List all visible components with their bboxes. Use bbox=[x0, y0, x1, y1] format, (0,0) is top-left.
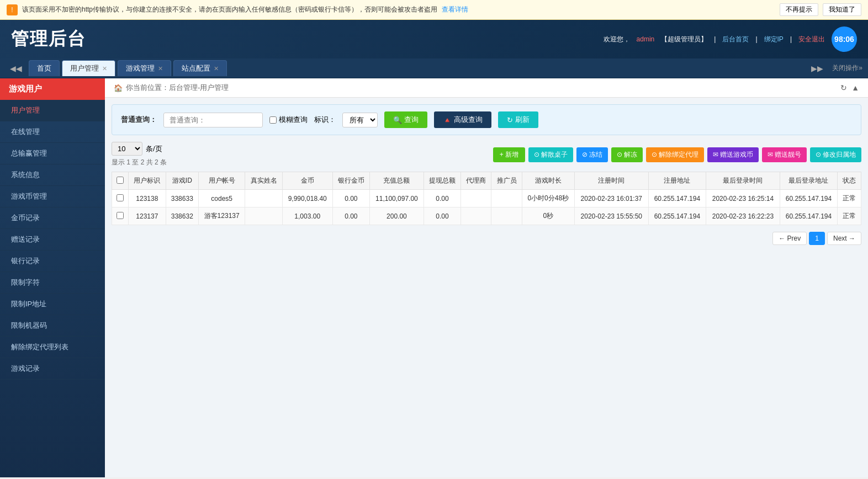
collapse-icon[interactable]: ▲ bbox=[851, 83, 859, 92]
row2-last-login-addr: 60.255.147.194 bbox=[780, 207, 837, 225]
col-game-id: 游戏ID bbox=[166, 172, 198, 190]
row1-reg-addr: 60.255.147.194 bbox=[648, 190, 706, 207]
row2-game-id: 338632 bbox=[166, 207, 198, 225]
select-all-checkbox[interactable] bbox=[117, 177, 124, 184]
sidebar-item-online-management[interactable]: 在线管理 bbox=[0, 121, 105, 143]
close-ops-label[interactable]: 关闭操作» bbox=[832, 63, 862, 73]
row2-duration: 0秒 bbox=[522, 207, 574, 225]
row1-checkbox-cell bbox=[112, 190, 129, 207]
breadcrumb-icon: 🏠 bbox=[114, 84, 123, 92]
search-icon: 🔍 bbox=[393, 116, 402, 124]
col-game-duration: 游戏时长 bbox=[522, 172, 574, 190]
breadcrumb-left: 🏠 你当前位置：后台管理-用户管理 bbox=[114, 83, 229, 93]
nav-tab-game-management[interactable]: 游戏管理 ✕ bbox=[118, 60, 171, 76]
fuzzy-checkbox-input[interactable] bbox=[269, 116, 277, 124]
sidebar-item-user-management[interactable]: 用户管理 bbox=[0, 100, 105, 121]
row2-status: 正常 bbox=[838, 207, 861, 225]
nav-tab-home[interactable]: 首页 bbox=[29, 60, 60, 76]
page-size-select[interactable]: 10 20 50 100 bbox=[112, 142, 142, 156]
sidebar-item-coin-records[interactable]: 金币记录 bbox=[0, 207, 105, 229]
sidebar-item-gift-records[interactable]: 赠送记录 bbox=[0, 229, 105, 251]
pagination: ← Prev 1 Next → bbox=[105, 225, 868, 252]
sidebar-item-game-records[interactable]: 游戏记录 bbox=[0, 358, 105, 380]
row2-reg-addr: 60.255.147.194 bbox=[648, 207, 706, 225]
nav-tab-user-close[interactable]: ✕ bbox=[102, 65, 107, 72]
separator: | bbox=[714, 35, 716, 43]
header: 管理后台 欢迎您， admin 【超级管理员】 | 后台首页 | 绑定IP | … bbox=[0, 20, 868, 58]
sidebar-item-restricted-ip[interactable]: 限制IP地址 bbox=[0, 294, 105, 315]
warning-link[interactable]: 查看详情 bbox=[442, 5, 468, 14]
refresh-button[interactable]: ↻ 刷新 bbox=[498, 111, 538, 128]
row1-user-id: 123138 bbox=[129, 190, 166, 207]
row2-agent bbox=[461, 207, 491, 225]
col-user-id: 用户标识 bbox=[129, 172, 166, 190]
col-coins: 金币 bbox=[282, 172, 332, 190]
sidebar-item-restricted-chars[interactable]: 限制字符 bbox=[0, 272, 105, 294]
freeze-button[interactable]: ⊘冻结 bbox=[576, 147, 608, 162]
sidebar-item-total-winloss[interactable]: 总输赢管理 bbox=[0, 143, 105, 164]
advanced-search-button[interactable]: 🔺 高级查询 bbox=[434, 111, 491, 128]
role-text: 【超级管理员】 bbox=[661, 35, 707, 44]
scatter-table-button[interactable]: ⊙解散桌子 bbox=[528, 147, 573, 162]
page-1-button[interactable]: 1 bbox=[809, 232, 825, 245]
record-info: 显示 1 至 2 共 2 条 bbox=[112, 158, 167, 167]
search-button[interactable]: 🔍 查询 bbox=[384, 111, 427, 128]
fuzzy-search-checkbox[interactable]: 模糊查询 bbox=[269, 115, 308, 125]
gift-game-coins-button[interactable]: ✉赠送游戏币 bbox=[707, 147, 759, 162]
advanced-search-label: 高级查询 bbox=[454, 115, 483, 125]
unbind-agent-button[interactable]: ⊙解除绑定代理 bbox=[646, 147, 704, 162]
no-remind-button[interactable]: 不再提示 bbox=[780, 3, 818, 16]
table-body: 123138 338633 codes5 9,990,018.40 0.00 1… bbox=[112, 190, 861, 225]
modify-location-button[interactable]: ⊙修改归属地 bbox=[810, 147, 861, 162]
nav-tab-game-label: 游戏管理 bbox=[126, 63, 155, 73]
home-link[interactable]: 后台首页 bbox=[722, 35, 749, 44]
unbind-icon: ⊙ bbox=[652, 151, 657, 158]
sidebar-item-unbind-agent[interactable]: 解除绑定代理列表 bbox=[0, 337, 105, 358]
logout-link[interactable]: 安全退出 bbox=[798, 35, 825, 44]
nav-tab-game-close[interactable]: ✕ bbox=[158, 65, 163, 72]
row1-checkbox[interactable] bbox=[117, 194, 124, 201]
tag-select[interactable]: 所有 正常 冻结 禁止 bbox=[342, 113, 378, 127]
sidebar-item-restricted-machine[interactable]: 限制机器码 bbox=[0, 315, 105, 337]
row1-last-login-addr: 60.255.147.194 bbox=[780, 190, 837, 207]
col-status: 状态 bbox=[838, 172, 861, 190]
navbar-right: ▶▶ 关闭操作» bbox=[807, 62, 862, 75]
got-it-button[interactable]: 我知道了 bbox=[823, 3, 861, 16]
row1-agent bbox=[461, 190, 491, 207]
sidebar-title[interactable]: 游戏用户 bbox=[0, 78, 105, 100]
header-right: 欢迎您， admin 【超级管理员】 | 后台首页 | 绑定IP | 安全退出 … bbox=[604, 26, 857, 52]
row2-coins: 1,003.00 bbox=[282, 207, 332, 225]
nav-tab-site-config[interactable]: 站点配置 ✕ bbox=[173, 60, 227, 76]
nav-tab-user-management[interactable]: 用户管理 ✕ bbox=[62, 60, 115, 76]
nav-back-button[interactable]: ◀◀ bbox=[6, 62, 27, 75]
bind-ip-link[interactable]: 绑定IP bbox=[764, 35, 784, 44]
breadcrumb-right: ↻ ▲ bbox=[840, 83, 859, 92]
unfreeze-button[interactable]: ⊙解冻 bbox=[611, 147, 643, 162]
col-last-login-addr: 最后登录地址 bbox=[780, 172, 837, 190]
gift-fans-number-button[interactable]: ✉赠送靓号 bbox=[762, 147, 807, 162]
fuzzy-label: 模糊查询 bbox=[279, 115, 308, 125]
sidebar-item-game-currency[interactable]: 游戏币管理 bbox=[0, 186, 105, 207]
col-account: 用户帐号 bbox=[198, 172, 245, 190]
refresh-icon[interactable]: ↻ bbox=[840, 83, 847, 92]
row1-last-login-time: 2020-02-23 16:25:14 bbox=[706, 190, 780, 207]
select-all-header bbox=[112, 172, 129, 190]
prev-page-button[interactable]: ← Prev bbox=[772, 232, 807, 245]
col-real-name: 真实姓名 bbox=[245, 172, 283, 190]
sidebar-item-bank-records[interactable]: 银行记录 bbox=[0, 251, 105, 272]
username-link[interactable]: admin bbox=[637, 35, 655, 43]
row2-user-id: 123137 bbox=[129, 207, 166, 225]
add-button[interactable]: + 新增 bbox=[493, 147, 525, 162]
search-normal-input[interactable] bbox=[163, 113, 263, 127]
nav-tab-site-close[interactable]: ✕ bbox=[214, 65, 219, 72]
separator2: | bbox=[755, 35, 757, 43]
next-page-button[interactable]: Next → bbox=[827, 232, 861, 245]
sidebar-item-system-info[interactable]: 系统信息 bbox=[0, 164, 105, 186]
row2-recharge: 200.00 bbox=[370, 207, 424, 225]
col-withdraw: 提现总额 bbox=[424, 172, 461, 190]
nav-forward-button[interactable]: ▶▶ bbox=[807, 62, 828, 75]
warning-icon: ! bbox=[7, 4, 18, 15]
row2-checkbox[interactable] bbox=[117, 212, 124, 219]
table-header-row: 用户标识 游戏ID 用户帐号 真实姓名 金币 银行金币 充值总额 提现总额 代理… bbox=[112, 172, 861, 190]
modify-icon: ⊙ bbox=[816, 151, 821, 158]
